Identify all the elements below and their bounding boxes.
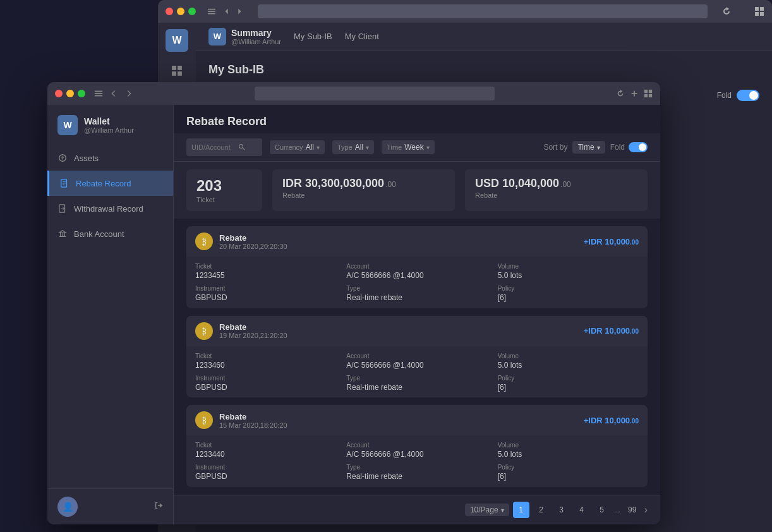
outer-nav-dashboard[interactable] — [164, 59, 190, 82]
inner-add-icon[interactable] — [630, 89, 639, 98]
rebate-info-3: Rebate 15 Mar 2020,18:20:20 — [219, 412, 287, 429]
inner-grid-icon[interactable] — [644, 89, 653, 98]
inner-nav-assets[interactable]: Assets — [47, 145, 173, 171]
page-4[interactable]: 4 — [574, 502, 590, 518]
inner-maximize-button[interactable] — [78, 90, 85, 97]
rebate-amount-cents-2: .00 — [630, 328, 639, 335]
per-page-chevron: ▾ — [501, 507, 504, 514]
type-label: Type — [337, 143, 353, 151]
back-icon[interactable] — [222, 7, 231, 16]
app-user: @William Arthur — [231, 38, 281, 45]
pagination: 10/Page ▾ 1 2 3 4 5 ... 99 › — [174, 495, 660, 524]
inner-browser-window: W Wallet @William Arthur Assets — [47, 82, 660, 524]
page-ellipsis: ... — [614, 505, 620, 514]
add-tab-icon[interactable] — [738, 6, 748, 16]
page-1[interactable]: 1 — [513, 502, 529, 518]
fold-mini-toggle[interactable] — [629, 142, 648, 152]
minimize-button[interactable] — [177, 8, 184, 15]
withdrawal-icon — [57, 203, 68, 214]
svg-rect-5 — [755, 12, 759, 16]
grid-icon[interactable] — [754, 6, 764, 16]
inner-sidebar-icon[interactable] — [94, 89, 103, 98]
inner-forward-icon[interactable] — [124, 89, 133, 98]
inner-nav-rebate-record[interactable]: Rebate Record — [47, 171, 173, 196]
rebate-body-3: Ticket 1233440 Account A/C 5666666 @1,40… — [186, 435, 648, 487]
rebate-date-2: 19 Mar 2020,21:20:20 — [219, 332, 287, 339]
refresh-icon[interactable] — [721, 6, 732, 16]
idr-cents: .00 — [385, 180, 396, 189]
sort-label: Sort by — [543, 143, 567, 152]
svg-rect-6 — [760, 12, 764, 16]
page-5[interactable]: 5 — [594, 502, 610, 518]
rebate-ticket-3: Ticket 1233440 — [195, 442, 336, 459]
rebate-list: ₿ Rebate 20 Mar 2020,20:20:30 +IDR 10,00… — [174, 219, 660, 495]
inner-minimize-button[interactable] — [66, 90, 74, 97]
sort-value: Time — [577, 143, 594, 152]
next-page-icon[interactable]: › — [644, 504, 648, 516]
outer-top-nav: W Summary @William Arthur My Sub-IB My C… — [196, 23, 772, 51]
rebate-type-1: Type Real-time rebate — [346, 285, 487, 302]
currency-value: All — [306, 143, 314, 152]
inner-close-button[interactable] — [55, 90, 63, 97]
svg-rect-10 — [178, 71, 182, 76]
svg-rect-16 — [644, 90, 648, 93]
svg-rect-2 — [208, 13, 215, 15]
filter-search-icon — [238, 143, 246, 151]
rebate-volume-3: Volume 5.0 lots — [498, 442, 639, 459]
sidebar-toggle-icon[interactable] — [207, 7, 216, 16]
page-3[interactable]: 3 — [553, 502, 570, 518]
svg-rect-7 — [172, 66, 176, 70]
fold-toggle-area: Fold — [610, 142, 648, 152]
rebate-policy-3: Policy [6] — [498, 464, 639, 481]
rebate-info-2: Rebate 19 Mar 2020,21:20:20 — [219, 322, 287, 339]
ticket-count: 203 — [196, 177, 252, 195]
forward-icon[interactable] — [235, 7, 244, 16]
filter-uid-search[interactable] — [186, 138, 262, 156]
logout-icon[interactable] — [154, 501, 163, 512]
time-chevron: ▾ — [426, 144, 430, 151]
rebate-date-3: 15 Mar 2020,18:20:20 — [219, 421, 287, 429]
bank-icon — [57, 229, 68, 239]
rebate-header-3: ₿ Rebate 15 Mar 2020,18:20:20 +IDR 10,00… — [186, 405, 648, 435]
time-label: Time — [387, 143, 402, 151]
stats-row: 203 Ticket IDR 30,300,030,000 .00 Rebate… — [174, 162, 660, 219]
sort-dropdown[interactable]: Time ▾ — [572, 141, 605, 154]
filter-uid-input[interactable] — [191, 143, 236, 151]
rebate-account-2: Account A/C 5666666 @1,4000 — [346, 353, 487, 370]
maximize-button[interactable] — [188, 8, 196, 15]
svg-rect-14 — [95, 93, 102, 94]
svg-rect-18 — [644, 94, 648, 97]
idr-stat: IDR 30,300,030,000 .00 Rebate — [272, 169, 455, 211]
app-logo-icon: W — [208, 28, 226, 45]
rebate-policy-2: Policy [6] — [498, 375, 639, 392]
inner-back-icon[interactable] — [109, 89, 118, 98]
inner-nav-bank[interactable]: Bank Account — [47, 221, 173, 246]
svg-rect-1 — [208, 11, 215, 12]
fold-area: Fold — [717, 90, 759, 101]
usd-rebate-label: Rebate — [475, 191, 637, 199]
inner-nav-withdrawal[interactable]: Withdrawal Record — [47, 196, 173, 221]
outer-nav-client[interactable]: My Client — [345, 29, 379, 44]
nav-rebate-record-label: Rebate Record — [76, 179, 131, 188]
page-2[interactable]: 2 — [533, 502, 550, 518]
nav-withdrawal-label: Withdrawal Record — [74, 204, 143, 214]
close-button[interactable] — [166, 8, 173, 15]
inner-refresh-icon[interactable] — [616, 89, 625, 98]
rebate-icon-3: ₿ — [195, 411, 213, 429]
outer-nav-sub-ib[interactable]: My Sub-IB — [294, 29, 332, 44]
rebate-volume-1: Volume 5.0 lots — [498, 263, 639, 280]
type-filter[interactable]: Type All ▾ — [332, 140, 374, 154]
fold-toggle[interactable] — [737, 90, 759, 101]
currency-filter[interactable]: Currency All ▾ — [270, 140, 325, 154]
time-filter[interactable]: Time Week ▾ — [382, 140, 435, 154]
rebate-ticket-1: Ticket 1233455 — [195, 263, 336, 280]
rebate-type-3: Type Real-time rebate — [346, 464, 487, 481]
inner-sidebar: W Wallet @William Arthur Assets — [47, 105, 174, 524]
per-page-select[interactable]: 10/Page ▾ — [465, 504, 509, 516]
rebate-amount-cents-1: .00 — [630, 239, 639, 246]
rebate-title-2: Rebate — [219, 322, 287, 332]
rebate-amount-3: +IDR 10,000.00 — [584, 416, 639, 425]
page-99[interactable]: 99 — [624, 502, 641, 518]
inner-address-bar[interactable] — [255, 87, 495, 100]
address-bar[interactable] — [258, 4, 708, 18]
